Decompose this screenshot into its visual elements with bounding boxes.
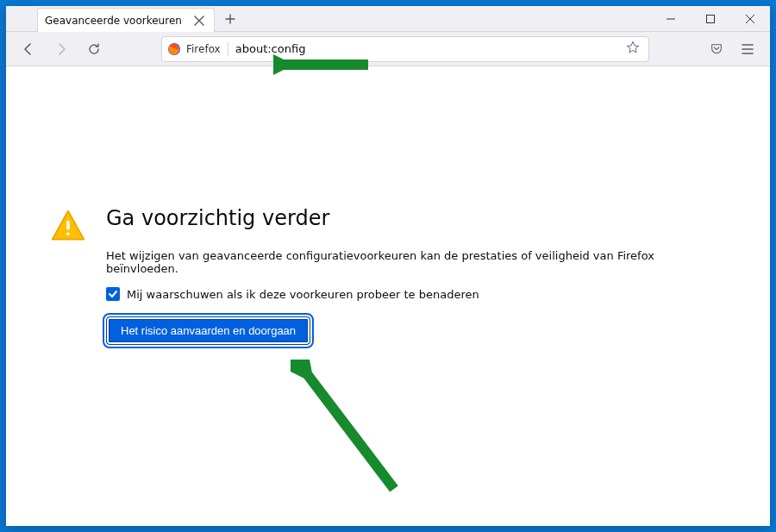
close-window-button[interactable] xyxy=(730,6,770,32)
navigation-toolbar: Firefox xyxy=(6,32,770,66)
maximize-icon xyxy=(705,14,716,24)
annotation-arrow-button xyxy=(291,360,411,498)
app-menu-button[interactable] xyxy=(734,35,761,63)
hamburger-icon xyxy=(741,42,754,56)
arrow-left-icon xyxy=(22,42,35,56)
back-button[interactable] xyxy=(15,35,42,63)
arrow-right-icon xyxy=(54,42,68,56)
site-identity[interactable]: Firefox xyxy=(167,42,228,56)
warning-body: Ga voorzichtig verder Het wijzigen van g… xyxy=(106,206,727,345)
star-icon xyxy=(626,41,640,54)
reload-icon xyxy=(87,42,101,56)
save-to-pocket-button[interactable] xyxy=(703,35,730,63)
pocket-icon xyxy=(710,42,723,56)
minimize-button[interactable] xyxy=(651,6,691,32)
checkbox-label: Mij waarschuwen als ik deze voorkeuren p… xyxy=(127,288,479,301)
forward-button[interactable] xyxy=(47,35,75,63)
close-icon xyxy=(194,16,204,26)
url-bar[interactable]: Firefox xyxy=(161,36,649,62)
window-controls xyxy=(651,6,770,32)
svg-line-5 xyxy=(308,375,394,489)
toolbar-extras xyxy=(703,35,761,63)
about-config-warning: Ga voorzichtig verder Het wijzigen van g… xyxy=(49,206,727,345)
close-tab-button[interactable] xyxy=(191,13,207,28)
close-icon xyxy=(745,14,755,24)
page-content: Ga voorzichtig verder Het wijzigen van g… xyxy=(6,66,770,526)
maximize-button[interactable] xyxy=(691,6,730,32)
firefox-icon xyxy=(167,42,181,56)
warning-icon xyxy=(49,208,87,345)
accept-risk-button[interactable]: Het risico aanvaarden en doorgaan xyxy=(106,316,310,345)
minimize-icon xyxy=(666,14,676,24)
identity-label: Firefox xyxy=(186,43,221,55)
bookmark-button[interactable] xyxy=(623,41,643,57)
browser-tab[interactable]: Geavanceerde voorkeuren xyxy=(37,8,215,32)
warning-heading: Ga voorzichtig verder xyxy=(106,206,727,230)
checkbox-checked-icon xyxy=(106,287,120,301)
new-tab-button[interactable] xyxy=(218,7,242,31)
svg-rect-2 xyxy=(66,221,70,230)
svg-rect-0 xyxy=(707,16,715,23)
plus-icon xyxy=(225,14,235,24)
svg-rect-3 xyxy=(66,232,70,235)
browser-window: Geavanceerde voorkeuren xyxy=(6,6,770,526)
address-input[interactable] xyxy=(234,41,617,56)
warning-description: Het wijzigen van geavanceerde configurat… xyxy=(106,249,727,275)
warn-me-checkbox[interactable]: Mij waarschuwen als ik deze voorkeuren p… xyxy=(106,287,727,301)
tab-title: Geavanceerde voorkeuren xyxy=(45,15,185,27)
reload-button[interactable] xyxy=(80,35,108,63)
accept-button-label: Het risico aanvaarden en doorgaan xyxy=(121,324,296,337)
tab-strip: Geavanceerde voorkeuren xyxy=(6,6,770,32)
